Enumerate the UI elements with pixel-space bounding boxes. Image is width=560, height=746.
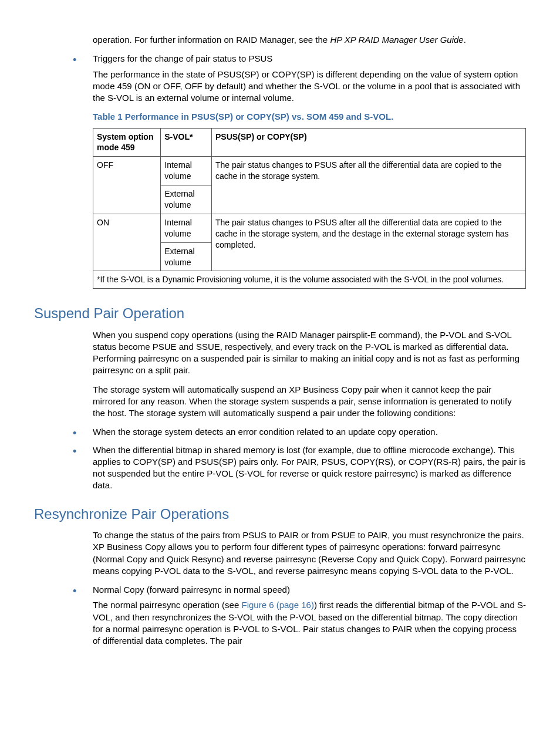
table-footnote-row: *If the S-VOL is a Dynamic Provisioning … — [93, 271, 526, 289]
paragraph: To change the status of the pairs from P… — [93, 529, 526, 577]
performance-table: System option mode 459 S-VOL* PSUS(SP) o… — [93, 128, 526, 289]
triggers-list: Triggers for the change of pair status t… — [34, 53, 526, 104]
th-som459: System option mode 459 — [93, 128, 161, 157]
paragraph: When you suspend copy operations (using … — [93, 329, 526, 377]
intro-block: operation. For further information on RA… — [93, 34, 526, 46]
heading-resync: Resynchronize Pair Operations — [34, 505, 526, 524]
table-caption: Table 1 Performance in PSUS(SP) or COPY(… — [93, 111, 526, 123]
triggers-item: Triggers for the change of pair status t… — [70, 53, 526, 104]
cell-on: ON — [93, 214, 161, 271]
list-item-body: The normal pairresync operation (see Fig… — [93, 599, 526, 647]
list-item: Normal Copy (forward pairresync in norma… — [70, 584, 526, 647]
cell-internal: Internal volume — [161, 214, 212, 242]
cell-internal: Internal volume — [161, 157, 212, 185]
text: The normal pairresync operation (see — [93, 600, 241, 610]
table-footnote: *If the S-VOL is a Dynamic Provisioning … — [93, 271, 526, 289]
paragraph: The storage system will automatically su… — [93, 384, 526, 420]
figure-link[interactable]: Figure 6 (page 16) — [241, 600, 313, 610]
list-item-body: The performance in the state of PSUS(SP)… — [93, 69, 526, 104]
cell-on-desc: The pair status changes to PSUS after al… — [211, 214, 525, 271]
cell-external: External volume — [161, 185, 212, 214]
cell-external: External volume — [161, 242, 212, 271]
suspend-body: When you suspend copy operations (using … — [93, 329, 526, 420]
resync-list: Normal Copy (forward pairresync in norma… — [34, 584, 526, 647]
list-item-text: When the differential bitmap in shared m… — [93, 444, 526, 492]
list-item: When the storage system detects an error… — [70, 426, 526, 438]
text: . — [464, 35, 466, 45]
table-header-row: System option mode 459 S-VOL* PSUS(SP) o… — [93, 128, 526, 157]
heading-suspend: Suspend Pair Operation — [34, 304, 526, 323]
doc-title-italic: HP XP RAID Manager User Guide — [330, 35, 463, 45]
list-item-text: When the storage system detects an error… — [93, 426, 526, 438]
th-svol: S-VOL* — [161, 128, 212, 157]
list-item-title: Triggers for the change of pair status t… — [93, 53, 526, 65]
cell-off: OFF — [93, 157, 161, 214]
suspend-list: When the storage system detects an error… — [34, 426, 526, 491]
cell-off-desc: The pair status changes to PSUS after al… — [211, 157, 525, 214]
table-row: ON Internal volume The pair status chang… — [93, 214, 526, 242]
resync-body: To change the status of the pairs from P… — [93, 529, 526, 577]
th-psus: PSUS(SP) or COPY(SP) — [211, 128, 525, 157]
intro-paragraph: operation. For further information on RA… — [93, 34, 526, 46]
table-row: OFF Internal volume The pair status chan… — [93, 157, 526, 185]
text: operation. For further information on RA… — [93, 35, 330, 45]
list-item: When the differential bitmap in shared m… — [70, 444, 526, 492]
list-item-title: Normal Copy (forward pairresync in norma… — [93, 584, 526, 596]
